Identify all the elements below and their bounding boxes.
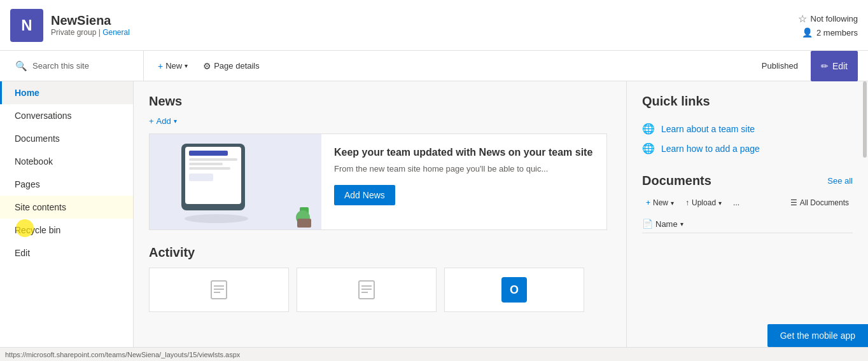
sidebar-item-notebook[interactable]: Notebook: [0, 150, 133, 173]
sidebar-item-pages[interactable]: Pages: [0, 173, 133, 196]
quick-links-section: Quick links 🌐 Learn about a team site 🌐 …: [642, 94, 853, 158]
site-identity: N NewSiena Private group | General: [10, 9, 130, 42]
edit-button[interactable]: ✏ Edit: [811, 51, 858, 81]
sidebar-item-site-contents[interactable]: Site contents: [0, 196, 133, 219]
doc-toolbar: + New ▾ ↑ Upload ▾ ... ☰ All Documents: [642, 196, 853, 210]
news-card: Keep your team updated with News on your…: [149, 133, 607, 230]
sidebar-item-home[interactable]: Home: [0, 81, 133, 104]
sidebar-item-conversations[interactable]: Conversations: [0, 104, 133, 127]
toolbar-actions: + New ▾ ⚙ Page details: [144, 57, 754, 75]
news-image: [150, 134, 321, 229]
sidebar-item-documents[interactable]: Documents: [0, 127, 133, 150]
sort-icon: ▾: [680, 221, 683, 228]
news-title: News: [149, 94, 611, 109]
activity-section: Activity: [149, 245, 611, 312]
list-icon: ☰: [790, 198, 797, 207]
doc-new-button[interactable]: + New ▾: [642, 196, 678, 210]
chevron-down-icon: ▾: [718, 200, 722, 207]
members-button[interactable]: 👤 2 members: [802, 27, 858, 37]
activity-title: Activity: [149, 245, 611, 260]
sidebar-item-recycle-bin[interactable]: Recycle bin: [0, 219, 133, 242]
main-layout: Home Conversations Documents Notebook Pa…: [0, 81, 868, 361]
documents-section: Documents See all + New ▾ ↑ Upload ▾: [642, 174, 853, 233]
chevron-down-icon: ▾: [671, 200, 674, 207]
status-bar: https://microsoft.sharepoint.com/teams/N…: [0, 347, 868, 361]
header-right: ☆ Not following 👤 2 members: [798, 13, 858, 37]
activity-card-2: [297, 268, 437, 312]
person-icon: 👤: [802, 27, 813, 37]
documents-title: Documents: [642, 174, 711, 188]
plus-icon: +: [646, 198, 650, 207]
page-details-button[interactable]: ⚙ Page details: [197, 57, 266, 75]
sidebar: Home Conversations Documents Notebook Pa…: [0, 81, 134, 361]
right-panel: Quick links 🌐 Learn about a team site 🌐 …: [626, 81, 868, 361]
toolbar: 🔍 Search this site + New ▾ ⚙ Page detail…: [0, 51, 868, 81]
globe-icon-1: 🌐: [642, 123, 655, 135]
news-card-title: Keep your team updated with News on your…: [334, 147, 592, 158]
news-content: Keep your team updated with News on your…: [321, 134, 605, 229]
search-icon: 🔍: [15, 60, 27, 72]
news-section: News + Add ▾: [149, 94, 611, 230]
add-news-inline-button[interactable]: + Add ▾: [149, 116, 177, 126]
doc-upload-button[interactable]: ↑ Upload ▾: [682, 196, 725, 210]
gear-icon: ⚙: [203, 61, 211, 71]
top-header: N NewSiena Private group | General ☆ Not…: [0, 0, 868, 51]
see-all-link[interactable]: See all: [827, 176, 853, 186]
site-meta: Private group | General: [51, 28, 130, 37]
all-documents-button[interactable]: ☰ All Documents: [787, 196, 853, 210]
site-info: NewSiena Private group | General: [51, 13, 130, 37]
star-icon: ☆: [798, 13, 807, 25]
activity-card-1: [149, 268, 289, 312]
toolbar-right: Published ✏ Edit: [754, 51, 858, 81]
plus-icon: +: [149, 116, 154, 126]
follow-button[interactable]: ☆ Not following: [798, 13, 858, 25]
activity-card-3: O: [444, 268, 584, 312]
new-button[interactable]: + New ▾: [151, 57, 194, 75]
chevron-down-icon: ▾: [174, 118, 177, 125]
site-logo: N: [10, 9, 43, 42]
quick-link-2[interactable]: 🌐 Learn how to add a page: [642, 139, 853, 158]
scrollbar[interactable]: [863, 81, 867, 158]
doc-name-header: 📄 Name ▾: [642, 215, 853, 233]
doc-icon: 📄: [642, 219, 653, 229]
documents-header: Documents See all: [642, 174, 853, 188]
globe-icon-2: 🌐: [642, 142, 655, 154]
news-card-description: From the new team site home page you'll …: [334, 163, 592, 175]
outlook-icon: O: [501, 277, 527, 303]
published-label: Published: [754, 58, 806, 73]
general-link[interactable]: General: [102, 28, 130, 37]
sidebar-item-edit[interactable]: Edit: [0, 242, 133, 264]
doc-more-button[interactable]: ...: [729, 196, 743, 210]
upload-icon: ↑: [685, 198, 689, 207]
plus-icon: +: [158, 61, 163, 71]
search-area[interactable]: 🔍 Search this site: [10, 51, 144, 81]
quick-link-1[interactable]: 🌐 Learn about a team site: [642, 119, 853, 139]
edit-icon: ✏: [821, 61, 829, 71]
quick-links-title: Quick links: [642, 94, 853, 109]
content-area: News + Add ▾: [134, 81, 626, 361]
add-news-button[interactable]: Add News: [334, 185, 395, 205]
search-text: Search this site: [32, 61, 89, 71]
activity-cards: O: [149, 268, 611, 312]
chevron-down-icon: ▾: [185, 62, 188, 69]
site-name: NewSiena: [51, 13, 130, 28]
mobile-app-banner[interactable]: Get the mobile app: [767, 324, 868, 347]
